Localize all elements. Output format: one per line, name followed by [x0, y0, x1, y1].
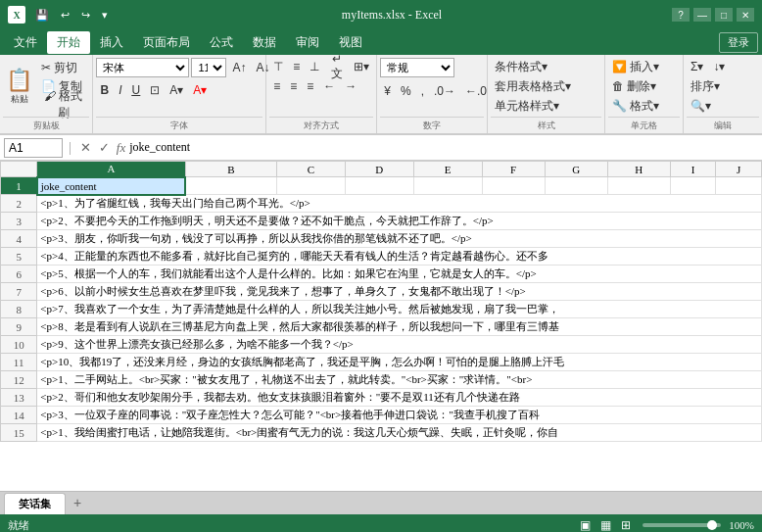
cell-A13[interactable]: <p>2、哥们和他女友吵架闹分手，我都去劝。他女支抹孩眼泪着窗外："要不是双11… [37, 389, 762, 407]
conditional-format-button[interactable]: 条件格式▾ [491, 58, 551, 75]
formula-input[interactable] [129, 140, 758, 155]
cell-I1[interactable] [670, 177, 716, 195]
cell-A14[interactable]: <p>3、一位双子座的同事说："双子座怎性大？怎么可能？"<br>接着他手伸进口… [37, 407, 762, 424]
cell-A2[interactable]: <p>1、为了省腿红钱，我每天出门给自己两个耳光。</p> [37, 195, 762, 213]
cell-A7[interactable]: <p>6、以前小时候女生总喜欢在梦里吓我，觉见我来了，想事了，单身久了，女鬼都不… [37, 283, 762, 301]
font-color-button[interactable]: A▾ [189, 81, 211, 99]
cancel-formula-button[interactable]: ✕ [77, 140, 94, 155]
qs-dropdown[interactable]: ▾ [98, 7, 112, 24]
cell-C1[interactable] [276, 177, 345, 195]
col-header-G[interactable]: G [545, 162, 607, 177]
cell-A15[interactable]: <p>1、我给闺蜜打电话，让她陪我逛街。<br>闺蜜有气无力的说：我这几天心烦气… [37, 424, 762, 442]
format-button[interactable]: 🔧 格式▾ [608, 97, 663, 115]
indent-increase-button[interactable]: → [341, 77, 360, 95]
page-break-view-button[interactable]: ⊞ [617, 517, 635, 532]
cell-A4[interactable]: <p>3、朋友，你听我一句劝，钱没了可以再挣，所以从我找你借的那笔钱就不还了吧。… [37, 230, 762, 248]
menu-review[interactable]: 审阅 [286, 31, 329, 54]
normal-view-button[interactable]: ▣ [576, 517, 595, 532]
col-header-H[interactable]: H [607, 162, 670, 177]
align-right-button[interactable]: ≡ [303, 77, 317, 95]
decimal-increase-button[interactable]: .0→ [430, 82, 459, 100]
align-center-button[interactable]: ≡ [286, 77, 301, 95]
col-header-F[interactable]: F [482, 162, 545, 177]
help-button[interactable]: ? [672, 8, 690, 22]
underline-button[interactable]: U [128, 81, 145, 99]
align-bottom-button[interactable]: ⊥ [306, 58, 323, 75]
paste-button[interactable]: 📋 粘贴 [3, 65, 35, 107]
cell-reference-input[interactable] [4, 138, 63, 158]
menu-insert[interactable]: 插入 [90, 31, 133, 54]
format-painter-button[interactable]: 🖌 格式刷 [37, 96, 89, 114]
confirm-formula-button[interactable]: ✓ [96, 140, 113, 155]
col-header-E[interactable]: E [413, 162, 482, 177]
bold-button[interactable]: B [96, 81, 113, 99]
cell-A11[interactable]: <p>10、我都19了，还没来月经，身边的女孩纸胸都老高了，我还是平胸，怎么办啊… [37, 354, 762, 371]
zoom-slider[interactable] [643, 523, 721, 527]
italic-button[interactable]: I [115, 81, 125, 99]
save-button[interactable]: 💾 [31, 7, 53, 24]
col-header-B[interactable]: B [185, 162, 276, 177]
cell-A6[interactable]: <p>5、根据一个人的车，我们就能看出这个人是什么样的。比如：如果它在沟里，它就… [37, 266, 762, 283]
cell-style-button[interactable]: 单元格样式▾ [491, 97, 563, 115]
number-format-select[interactable]: 常规 [380, 58, 454, 77]
close-button[interactable]: ✕ [737, 8, 754, 22]
wrap-text-button[interactable]: ↵文 [325, 58, 348, 75]
cell-A1[interactable]: joke_content [37, 177, 185, 195]
redo-button[interactable]: ↪ [77, 7, 94, 24]
cell-J1[interactable] [716, 177, 762, 195]
add-sheet-button[interactable]: + [68, 493, 87, 512]
sheet-tab-jokes[interactable]: 笑话集 [4, 493, 66, 514]
border-button[interactable]: ⊡ [146, 81, 164, 99]
col-header-A[interactable]: A [37, 162, 185, 177]
font-name-select[interactable]: 宋体 [96, 58, 189, 77]
indent-decrease-button[interactable]: ← [319, 77, 339, 95]
menu-file[interactable]: 文件 [4, 31, 47, 54]
comma-button[interactable]: , [417, 82, 428, 100]
formula-separator: | [67, 140, 73, 156]
merge-button[interactable]: ⊞▾ [350, 58, 373, 75]
percent-button[interactable]: % [397, 82, 415, 100]
align-middle-button[interactable]: ≡ [289, 58, 304, 75]
login-button[interactable]: 登录 [719, 32, 758, 53]
menu-page-layout[interactable]: 页面布局 [133, 31, 200, 54]
cell-A9[interactable]: <p>8、老是看到有人说趴在三博基尼方向盘上哭，然后大家都很羡慕的样子，所以我想… [37, 318, 762, 336]
menu-formula[interactable]: 公式 [200, 31, 243, 54]
minimize-button[interactable]: — [693, 8, 711, 22]
undo-button[interactable]: ↩ [57, 7, 73, 24]
menu-home[interactable]: 开始 [47, 31, 90, 54]
cell-A10[interactable]: <p>9、这个世界上漂亮女孩已经那么多，为啥不能多一个我？</p> [37, 336, 762, 354]
cell-A8[interactable]: <p>7、我喜欢了一个女生，为了弄清楚她是什么样的人，所以我关注她小号。然后被她… [37, 301, 762, 318]
delete-button[interactable]: 🗑 删除▾ [608, 77, 660, 95]
cut-button[interactable]: ✂ 剪切 [37, 59, 89, 76]
align-left-button[interactable]: ≡ [269, 77, 284, 95]
col-header-C[interactable]: C [276, 162, 345, 177]
align-top-button[interactable]: ⊤ [269, 58, 287, 75]
font-size-select[interactable]: 11 [191, 58, 226, 77]
col-header-D[interactable]: D [345, 162, 413, 177]
currency-button[interactable]: ¥ [380, 82, 395, 100]
cell-A12[interactable]: <p>1、二手网站上。<br>买家："被女友甩了，礼物送不出去了，就此转卖。"<… [37, 371, 762, 389]
cell-G1[interactable] [545, 177, 607, 195]
page-layout-view-button[interactable]: ▦ [596, 517, 615, 532]
menu-data[interactable]: 数据 [243, 31, 286, 54]
cell-H1[interactable] [607, 177, 670, 195]
cell-E1[interactable] [413, 177, 482, 195]
cell-B1[interactable] [185, 177, 276, 195]
col-header-I[interactable]: I [670, 162, 716, 177]
decimal-decrease-button[interactable]: ←.0 [461, 82, 491, 100]
fill-color-button[interactable]: A▾ [166, 81, 187, 99]
maximize-button[interactable]: □ [715, 8, 733, 22]
table-format-button[interactable]: 套用表格格式▾ [491, 77, 575, 95]
autosum-button[interactable]: Σ▾ [687, 58, 707, 75]
fill-button[interactable]: ↓▾ [709, 58, 729, 75]
insert-button[interactable]: 🔽 插入▾ [608, 58, 663, 75]
increase-font-button[interactable]: A↑ [228, 59, 250, 76]
menu-view[interactable]: 视图 [329, 31, 372, 54]
cell-F1[interactable] [482, 177, 545, 195]
cell-A5[interactable]: <p>4、正能量的东西也不能多看，就好比自己挺穷的，哪能天天看有钱人的生活？肯定… [37, 248, 762, 266]
cell-D1[interactable] [345, 177, 413, 195]
find-button[interactable]: 🔍▾ [687, 97, 715, 115]
col-header-J[interactable]: J [716, 162, 762, 177]
cell-A3[interactable]: <p>2、不要把今天的工作拖到明天，明天还不是要做？还不如干脆点，今天就把工作辞… [37, 213, 762, 230]
sort-button[interactable]: 排序▾ [687, 77, 724, 95]
